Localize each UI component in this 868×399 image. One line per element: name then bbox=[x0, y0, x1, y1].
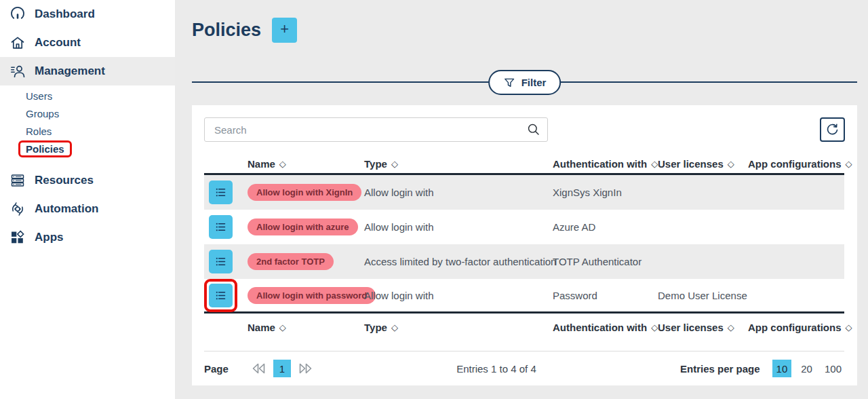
row-menu-button[interactable] bbox=[209, 180, 233, 204]
filter-bar: Filter bbox=[192, 70, 857, 96]
column-header-authentication[interactable]: Authentication with◇ bbox=[553, 322, 658, 333]
policy-name-badge: Allow login with password bbox=[248, 287, 376, 304]
search-wrap bbox=[204, 117, 548, 142]
funnel-icon bbox=[503, 77, 515, 89]
apps-icon bbox=[9, 229, 26, 246]
sidebar-item-dashboard[interactable]: Dashboard bbox=[0, 0, 175, 28]
sort-icon: ◇ bbox=[846, 322, 852, 332]
column-header-licenses[interactable]: User licenses◇ bbox=[658, 322, 734, 333]
double-chevron-left-icon bbox=[252, 362, 267, 375]
column-label: App configurations bbox=[748, 158, 842, 170]
next-page-button[interactable] bbox=[298, 362, 313, 375]
sidebar-item-label: Apps bbox=[35, 231, 64, 244]
sidebar-item-apps[interactable]: Apps bbox=[0, 223, 175, 252]
server-icon bbox=[9, 172, 26, 189]
sidebar-subitem-policies[interactable]: Policies bbox=[26, 140, 175, 157]
sidebar-subitem-roles[interactable]: Roles bbox=[26, 122, 175, 140]
row-menu-button[interactable] bbox=[209, 215, 233, 239]
double-chevron-right-icon bbox=[298, 362, 313, 375]
row-menu-button[interactable] bbox=[209, 250, 233, 273]
annotation-red-box-policies: Policies bbox=[18, 140, 72, 157]
main-content: Policies + Filter bbox=[175, 0, 868, 399]
cell-authentication: TOTP Authenticator bbox=[553, 256, 658, 267]
column-header-type[interactable]: Type◇ bbox=[364, 322, 398, 333]
table-header: Name◇ Type◇ Authentication with◇ User li… bbox=[204, 154, 844, 175]
policies-card: Name◇ Type◇ Authentication with◇ User li… bbox=[192, 105, 857, 385]
sort-icon: ◇ bbox=[279, 322, 286, 332]
page-label: Page bbox=[204, 363, 229, 375]
cell-type: Allow login with bbox=[364, 290, 553, 301]
title-row: Policies + bbox=[192, 18, 297, 43]
users-icon bbox=[9, 63, 26, 79]
table-row: 2nd factor TOTP Access limited by two-fa… bbox=[204, 244, 844, 279]
search-icon[interactable] bbox=[526, 122, 541, 137]
column-label: User licenses bbox=[658, 158, 724, 170]
sidebar-item-label: Management bbox=[35, 64, 105, 78]
column-header-name[interactable]: Name◇ bbox=[248, 158, 286, 170]
sort-icon: ◇ bbox=[391, 322, 398, 332]
list-icon bbox=[214, 186, 227, 199]
home-icon bbox=[9, 35, 26, 51]
sidebar-subitem-users[interactable]: Users bbox=[26, 87, 175, 104]
subitem-label: Users bbox=[26, 90, 52, 102]
row-menu-button[interactable] bbox=[209, 284, 233, 307]
column-label: Type bbox=[364, 322, 387, 333]
previous-page-button[interactable] bbox=[252, 362, 267, 375]
sidebar-item-label: Resources bbox=[35, 174, 94, 187]
refresh-icon bbox=[825, 123, 840, 137]
sort-icon: ◇ bbox=[728, 322, 734, 332]
column-header-licenses[interactable]: User licenses◇ bbox=[658, 158, 734, 170]
cell-licenses: Demo User License bbox=[658, 290, 748, 301]
sidebar-item-label: Automation bbox=[35, 202, 98, 216]
list-icon bbox=[214, 255, 227, 268]
column-header-authentication[interactable]: Authentication with◇ bbox=[553, 158, 658, 170]
entries-per-page-controls: Entries per page 10 20 100 bbox=[680, 360, 844, 377]
subitem-label: Policies bbox=[26, 143, 64, 155]
sort-icon: ◇ bbox=[651, 159, 658, 169]
cell-authentication: XignSys XignIn bbox=[553, 187, 658, 198]
sidebar-item-label: Dashboard bbox=[35, 7, 95, 21]
filter-label: Filter bbox=[521, 77, 547, 88]
column-header-type[interactable]: Type◇ bbox=[364, 158, 398, 170]
policy-name-badge: Allow login with azure bbox=[248, 218, 358, 235]
column-label: User licenses bbox=[658, 322, 724, 333]
cell-type: Allow login with bbox=[364, 187, 553, 198]
sidebar-item-account[interactable]: Account bbox=[0, 28, 175, 57]
sidebar-item-management[interactable]: Management bbox=[0, 57, 175, 86]
gauge-icon bbox=[9, 6, 26, 22]
cell-type: Allow login with bbox=[364, 221, 553, 233]
current-page[interactable]: 1 bbox=[273, 360, 291, 377]
cell-authentication: Azure AD bbox=[553, 221, 658, 233]
column-header-app-configurations[interactable]: App configurations◇ bbox=[748, 158, 852, 170]
page-size-option-10[interactable]: 10 bbox=[772, 360, 792, 377]
table-footer-header: Name◇ Type◇ Authentication with◇ User li… bbox=[204, 314, 844, 341]
list-icon bbox=[214, 221, 227, 233]
column-header-app-configurations[interactable]: App configurations◇ bbox=[748, 322, 852, 333]
filter-button[interactable]: Filter bbox=[488, 70, 561, 95]
page-title: Policies bbox=[192, 20, 261, 41]
automation-icon bbox=[9, 201, 26, 217]
sidebar-item-automation[interactable]: Automation bbox=[0, 195, 175, 223]
table-row: Allow login with XignIn Allow login with… bbox=[204, 175, 844, 210]
add-policy-button[interactable]: + bbox=[272, 18, 297, 43]
table-row: Allow login with password Allow login wi… bbox=[204, 279, 844, 314]
pagination-controls: Page 1 bbox=[204, 360, 313, 377]
sort-icon: ◇ bbox=[651, 322, 658, 332]
sort-icon: ◇ bbox=[846, 159, 852, 169]
refresh-button[interactable] bbox=[820, 117, 845, 142]
subitem-label: Roles bbox=[26, 126, 52, 137]
column-label: Name bbox=[248, 158, 275, 170]
column-label: Authentication with bbox=[553, 322, 647, 333]
search-input[interactable] bbox=[204, 117, 548, 142]
policy-name-badge: Allow login with XignIn bbox=[248, 184, 361, 201]
sidebar-subitem-groups[interactable]: Groups bbox=[26, 104, 175, 122]
pagination-bar: Page 1 Entries 1 bbox=[204, 351, 844, 385]
column-label: Type bbox=[364, 158, 387, 170]
cell-type: Access limited by two-factor authenticat… bbox=[364, 256, 553, 267]
page-size-option-100[interactable]: 100 bbox=[822, 360, 844, 377]
sidebar-item-resources[interactable]: Resources bbox=[0, 166, 175, 195]
column-label: Authentication with bbox=[553, 158, 647, 170]
column-header-name[interactable]: Name◇ bbox=[248, 322, 286, 333]
subitem-label: Groups bbox=[26, 108, 59, 119]
page-size-option-20[interactable]: 20 bbox=[798, 360, 815, 377]
